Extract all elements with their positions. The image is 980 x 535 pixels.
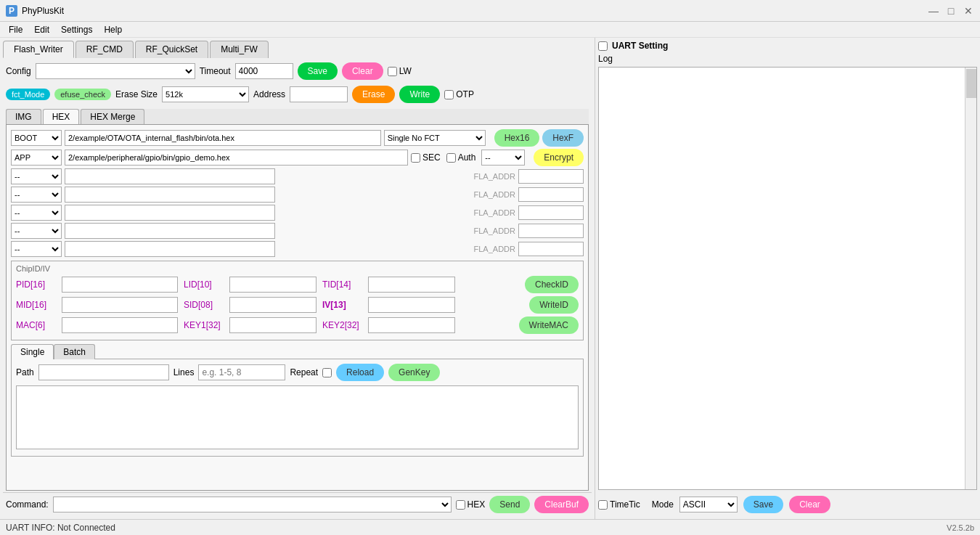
menu-file[interactable]: File — [3, 23, 28, 36]
type-select-1[interactable]: BOOTAPP-- — [11, 130, 62, 146]
checkid-button[interactable]: CheckID — [525, 276, 579, 293]
tab-single[interactable]: Single — [11, 344, 54, 359]
fla-label-1: FLA_ADDR — [474, 172, 515, 181]
erase-button[interactable]: Erase — [352, 86, 395, 103]
path-input[interactable] — [38, 364, 169, 380]
lines-input[interactable] — [198, 364, 285, 380]
file-path-2[interactable] — [65, 150, 408, 166]
blank-input-3[interactable] — [65, 205, 275, 221]
scroll-thumb[interactable] — [966, 69, 976, 98]
pid-input[interactable] — [62, 277, 178, 293]
fla-input-1[interactable] — [518, 169, 584, 184]
menu-settings[interactable]: Settings — [55, 23, 98, 36]
blank-input-2[interactable] — [65, 187, 275, 203]
type-select-2[interactable]: BOOTAPP-- — [11, 150, 62, 166]
iv-label: IV[13] — [322, 300, 362, 310]
save-button[interactable]: Save — [298, 62, 338, 80]
clear-button[interactable]: Clear — [342, 62, 383, 80]
iv-input[interactable] — [368, 297, 455, 313]
writemac-button[interactable]: WriteMAC — [519, 316, 579, 334]
blank-select-4[interactable]: -- — [11, 223, 62, 239]
write-button[interactable]: Write — [399, 86, 440, 103]
mid-input[interactable] — [62, 297, 178, 313]
chipid-row-2: MID[16] SID[08] IV[13] WriteID — [16, 296, 579, 314]
batch-textarea[interactable] — [16, 385, 579, 449]
sb-content: Path Lines Repeat Reload GenKey — [11, 359, 584, 457]
mode-select-1[interactable]: Single No FCTSingle FCTBatch — [384, 130, 486, 146]
menu-edit[interactable]: Edit — [28, 23, 55, 36]
timetic-checkbox[interactable] — [598, 500, 608, 510]
tab-batch[interactable]: Batch — [54, 344, 95, 359]
tab-rf-cmd[interactable]: RF_CMD — [75, 41, 134, 58]
lid-input[interactable] — [229, 277, 317, 293]
otp-checkbox[interactable] — [444, 90, 454, 99]
blank-select-1[interactable]: -- — [11, 168, 62, 184]
file-path-1[interactable] — [65, 130, 381, 146]
config-select[interactable] — [36, 63, 195, 79]
timeout-input[interactable] — [235, 63, 293, 79]
blank-row-4: -- FLA_ADDR — [11, 223, 584, 239]
genkey-button[interactable]: GenKey — [388, 364, 440, 381]
tid-input[interactable] — [368, 277, 455, 293]
pid-label: PID[16] — [16, 279, 56, 290]
erase-size-select[interactable]: 512k 256k 128k — [162, 86, 249, 102]
log-scrollbar[interactable] — [965, 68, 976, 489]
fla-input-4[interactable] — [518, 224, 584, 238]
mode-select[interactable]: ASCII HEX — [679, 497, 738, 512]
address-input[interactable] — [290, 86, 348, 102]
tab-multi-fw[interactable]: Multi_FW — [210, 41, 269, 58]
auth-select[interactable]: -- — [481, 150, 525, 166]
tab-flash-writer[interactable]: Flash_Writer — [3, 41, 74, 58]
repeat-checkbox[interactable] — [322, 368, 332, 377]
sec-checkbox[interactable] — [411, 153, 420, 163]
blank-select-3[interactable]: -- — [11, 205, 62, 221]
blank-input-5[interactable] — [65, 241, 275, 257]
uart-checkbox[interactable] — [598, 41, 608, 51]
blank-input-4[interactable] — [65, 223, 275, 239]
mid-label: MID[16] — [16, 300, 56, 310]
blank-select-5[interactable]: -- — [11, 241, 62, 257]
sid-input[interactable] — [229, 297, 317, 313]
tab-rf-quickset[interactable]: RF_QuickSet — [135, 41, 208, 58]
encrypt-button[interactable]: Encrypt — [534, 149, 584, 166]
address-label: Address — [253, 89, 285, 99]
close-button[interactable]: ✕ — [963, 5, 974, 17]
mac-input[interactable] — [62, 317, 178, 333]
fla-input-2[interactable] — [518, 187, 584, 202]
blank-input-1[interactable] — [65, 168, 275, 184]
hexf-button[interactable]: HexF — [542, 129, 584, 147]
efuse-tag[interactable]: efuse_check — [54, 89, 111, 100]
lw-checkbox-row: LW — [388, 66, 412, 76]
fct-mode-tag[interactable]: fct_Mode — [6, 89, 50, 100]
key1-input[interactable] — [229, 317, 317, 333]
reload-button[interactable]: Reload — [336, 364, 384, 381]
blank-row-2: -- FLA_ADDR — [11, 187, 584, 203]
tab-hex[interactable]: HEX — [43, 109, 80, 124]
command-select[interactable] — [53, 497, 452, 512]
fla-input-3[interactable] — [518, 205, 584, 220]
tab-hex-merge[interactable]: HEX Merge — [81, 109, 144, 124]
chipid-row-1: PID[16] LID[10] TID[14] CheckID — [16, 276, 579, 293]
minimize-button[interactable]: — — [928, 5, 939, 17]
hex-checkbox[interactable] — [456, 500, 465, 510]
fla-input-5[interactable] — [518, 242, 584, 256]
hex16-button[interactable]: Hex16 — [494, 129, 540, 147]
uart-save-button[interactable]: Save — [743, 496, 783, 513]
blank-select-2[interactable]: -- — [11, 187, 62, 203]
inner-section: IMG HEX HEX Merge BOOTAPP-- Single No FC… — [6, 109, 589, 491]
auth-checkbox[interactable] — [446, 153, 456, 163]
lw-checkbox[interactable] — [388, 67, 397, 76]
menu-help[interactable]: Help — [98, 23, 128, 36]
maximize-button[interactable]: □ — [945, 5, 957, 17]
single-batch-section: Single Batch Path Lines Repeat Reload — [11, 344, 584, 457]
tab-img[interactable]: IMG — [6, 109, 41, 124]
main-container: Flash_Writer RF_CMD RF_QuickSet Multi_FW… — [0, 38, 980, 519]
clearbuf-button[interactable]: ClearBuf — [534, 496, 589, 513]
sec-row: SEC — [411, 152, 441, 163]
key2-input[interactable] — [368, 317, 455, 333]
send-button[interactable]: Send — [489, 496, 530, 513]
uart-clear-button[interactable]: Clear — [789, 496, 830, 513]
writeid-button[interactable]: WriteID — [529, 296, 579, 314]
hex-panel: BOOTAPP-- Single No FCTSingle FCTBatch H… — [6, 124, 589, 491]
blank-row-3: -- FLA_ADDR — [11, 205, 584, 221]
